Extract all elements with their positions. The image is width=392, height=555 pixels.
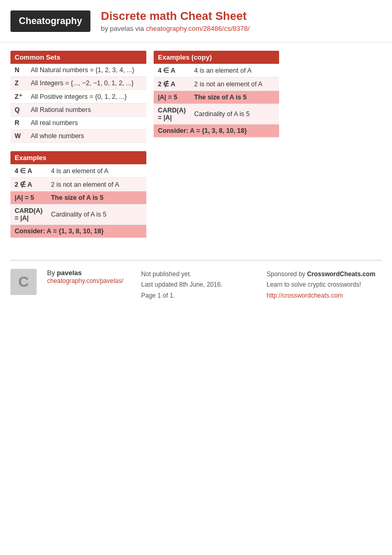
consider-cell: Consider: A = {1, 3, 8, 10, 18} — [154, 124, 279, 138]
desc-cell: All real numbers — [27, 117, 146, 130]
symbol-cell: W — [10, 130, 27, 143]
header-text: Discrete math Cheat Sheet by pavelas via… — [101, 9, 250, 32]
examples-copy-section: Examples (copy) 4 ∈ A 4 is an element of… — [154, 51, 279, 138]
meta-line2: Last updated 8th June, 2016. — [141, 279, 256, 290]
author-link[interactable]: cheatography.com/pavelas/ — [47, 277, 123, 285]
consider-row: Consider: A = {1, 3, 8, 10, 18} — [154, 124, 279, 138]
common-sets-section: Common Sets N All Natural numbers = {1, … — [10, 51, 146, 143]
symbol-cell: 4 ∈ A — [154, 64, 190, 77]
symbol-cell: Q — [10, 104, 27, 117]
sponsor-label: Sponsored by CrosswordCheats.com — [267, 269, 382, 279]
sponsor-label-text: Sponsored by — [267, 270, 307, 278]
desc-cell: 4 is an element of A — [47, 164, 146, 178]
common-sets-header: Common Sets — [10, 51, 146, 64]
table-row: 4 ∈ A 4 is an element of A — [10, 164, 146, 178]
cheatography-link[interactable]: cheatography.com/28486/cs/8378/ — [146, 25, 250, 32]
desc-cell: All Rational numbers — [27, 104, 146, 117]
table-row-highlight: |A| = 5 The size of A is 5 — [10, 191, 146, 205]
byline: by pavelas via cheatography.com/28486/cs… — [101, 25, 250, 32]
common-sets-table: N All Natural numbers = {1, 2, 3, 4, ...… — [10, 64, 146, 143]
right-column: Examples (copy) 4 ∈ A 4 is an element of… — [154, 51, 279, 146]
desc-cell: All Positive integers = {0, 1, 2, ...} — [27, 90, 146, 104]
header: Cheatography Discrete math Cheat Sheet b… — [0, 0, 392, 42]
symbol-cell: 4 ∈ A — [10, 164, 47, 178]
table-row: 2 ∉ A 2 is not an element of A — [154, 77, 279, 91]
desc-cell: All Natural numbers = {1, 2, 3, 4, ...} — [27, 64, 146, 77]
meta-line3: Page 1 of 1. — [141, 290, 256, 301]
sponsor-link[interactable]: http://crosswordcheats.com — [267, 292, 343, 299]
symbol-cell: 2 ∉ A — [10, 178, 47, 191]
symbol-cell: |A| = 5 — [10, 191, 47, 205]
meta-line1: Not published yet. — [141, 269, 256, 279]
table-row: CARD(A) = |A| Cardinality of A is 5 — [154, 104, 279, 124]
footer-author: By pavelas cheatography.com/pavelas/ — [47, 269, 131, 285]
examples-table: 4 ∈ A 4 is an element of A 2 ∉ A 2 is no… — [10, 164, 146, 238]
examples-header: Examples — [10, 151, 146, 164]
table-row: 4 ∈ A 4 is an element of A — [154, 64, 279, 77]
symbol-cell: Z⁺ — [10, 90, 27, 104]
symbol-cell: |A| = 5 — [154, 91, 190, 104]
byline-text: by pavelas via — [101, 25, 146, 32]
symbol-cell: 2 ∉ A — [154, 77, 190, 91]
desc-cell: All whole numbers — [27, 130, 146, 143]
table-row: Q All Rational numbers — [10, 104, 146, 117]
symbol-cell: R — [10, 117, 27, 130]
examples-section: Examples 4 ∈ A 4 is an element of A 2 ∉ … — [10, 151, 146, 238]
desc-cell: All Integers = {..., −2, −1, 0, 1, 2, ..… — [27, 77, 146, 90]
author-name: By pavelas — [47, 269, 131, 277]
footer-meta: Not published yet. Last updated 8th June… — [141, 269, 256, 301]
table-row: N All Natural numbers = {1, 2, 3, 4, ...… — [10, 64, 146, 77]
left-column: Common Sets N All Natural numbers = {1, … — [10, 51, 146, 246]
main-content: Common Sets N All Natural numbers = {1, … — [0, 42, 392, 255]
page: Cheatography Discrete math Cheat Sheet b… — [0, 0, 392, 555]
footer-logo: C — [10, 269, 37, 295]
table-row: R All real numbers — [10, 117, 146, 130]
consider-row: Consider: A = {1, 3, 8, 10, 18} — [10, 225, 146, 238]
desc-cell: 4 is an element of A — [190, 64, 279, 77]
footer-sponsor: Sponsored by CrosswordCheats.com Learn t… — [267, 269, 382, 301]
examples-copy-table: 4 ∈ A 4 is an element of A 2 ∉ A 2 is no… — [154, 64, 279, 138]
page-title: Discrete math Cheat Sheet — [101, 9, 250, 23]
table-row: 2 ∉ A 2 is not an element of A — [10, 178, 146, 191]
footer: C By pavelas cheatography.com/pavelas/ N… — [10, 260, 382, 311]
symbol-cell: Z — [10, 77, 27, 90]
table-row: Z All Integers = {..., −2, −1, 0, 1, 2, … — [10, 77, 146, 90]
desc-cell: 2 is not an element of A — [47, 178, 146, 191]
symbol-cell: CARD(A) = |A| — [154, 104, 190, 124]
symbol-cell: N — [10, 64, 27, 77]
logo: Cheatography — [10, 10, 90, 32]
desc-cell: Cardinality of A is 5 — [47, 205, 146, 225]
sponsor-name: CrosswordCheats.com — [307, 270, 375, 278]
table-row: W All whole numbers — [10, 130, 146, 143]
desc-cell: 2 is not an element of A — [190, 77, 279, 91]
symbol-cell: CARD(A) = |A| — [10, 205, 47, 225]
table-row: CARD(A) = |A| Cardinality of A is 5 — [10, 205, 146, 225]
table-row: Z⁺ All Positive integers = {0, 1, 2, ...… — [10, 90, 146, 104]
desc-cell: The size of A is 5 — [190, 91, 279, 104]
author-label: By — [47, 269, 57, 277]
table-row-highlight: |A| = 5 The size of A is 5 — [154, 91, 279, 104]
sponsor-desc: Learn to solve cryptic crosswords! — [267, 279, 382, 290]
author-name-bold: pavelas — [57, 269, 82, 277]
desc-cell: Cardinality of A is 5 — [190, 104, 279, 124]
desc-cell: The size of A is 5 — [47, 191, 146, 205]
consider-cell: Consider: A = {1, 3, 8, 10, 18} — [10, 225, 146, 238]
examples-copy-header: Examples (copy) — [154, 51, 279, 64]
